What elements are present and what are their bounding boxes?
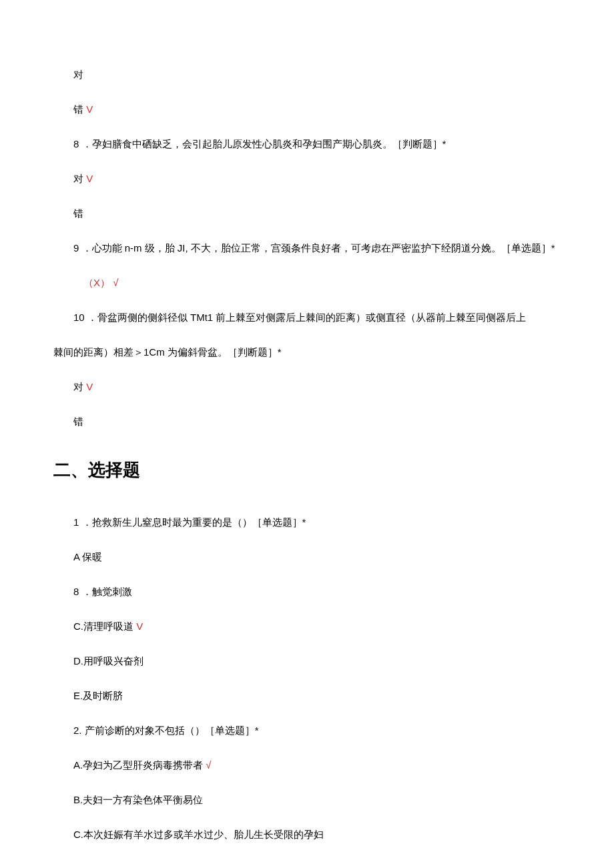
q9-answer: （X） √ [53,275,561,291]
text: 2. 产前诊断的对象不包括（）［单选题］* [73,725,259,736]
text: D.用呼吸兴奋剂 [73,655,143,667]
q7-opt-false: 错 V [53,101,561,117]
mc-q1-optA: A 保暖 [53,549,561,565]
text: C.清理呼吸道 [73,620,133,632]
text: A 保暖 [73,551,102,562]
check-mark-icon: V [86,103,93,115]
mc-q2-optC: C.本次妊娠有羊水过多或羊水过少、胎儿生长受限的孕妇 [53,827,561,843]
text: 10 ．骨盆两侧的侧斜径似 TMt1 前上棘至对侧露后上棘间的距离）或侧直径（从… [73,312,526,323]
section-2-heading: 二、选择题 [53,456,561,484]
text: 对 [73,381,83,392]
document-page: 对 错 V 8 ．孕妇膳食中硒缺乏，会引起胎儿原发性心肌炎和孕妇围产期心肌炎。［… [0,0,614,868]
text: 棘间的距离）相差＞1Cm 为偏斜骨盆。［判断题］* [53,346,282,358]
answer-prefix: （X） [83,277,110,288]
mc-q1-optC: C.清理呼吸道 V [53,618,561,634]
q10-opt-false: 错 [53,414,561,430]
check-mark-icon: √ [113,277,118,288]
q10-opt-true: 对 V [53,379,561,395]
mc-q2-optA: A.孕妇为乙型肝炎病毒携带者 √ [53,757,561,773]
text: A.孕妇为乙型肝炎病毒携带者 [73,759,206,771]
text: 错 [73,207,83,219]
q7-opt-true: 对 [53,67,561,83]
q10-text-line1: 10 ．骨盆两侧的侧斜径似 TMt1 前上棘至对侧露后上棘间的距离）或侧直径（从… [53,310,561,326]
text: C.本次妊娠有羊水过多或羊水过少、胎儿生长受限的孕妇 [73,829,324,840]
q9-text: 9 ．心功能 n-m 级，胎 JI, 不大，胎位正常，宫颈条件良好者，可考虑在严… [53,240,561,256]
text: B.夫妇一方有染色体平衡易位 [73,794,203,805]
mc-q1-text: 1 ．抢救新生儿窒息时最为重要的是（）［单选题］* [53,514,561,530]
text: 错 [73,103,83,115]
check-mark-icon: V [136,620,143,632]
q10-text-line2: 棘间的距离）相差＞1Cm 为偏斜骨盆。［判断题］* [53,344,561,360]
heading-text: 二、选择题 [53,460,140,480]
check-mark-icon: V [86,381,93,392]
text: 错 [73,416,83,427]
q8-text: 8 ．孕妇膳食中硒缺乏，会引起胎儿原发性心肌炎和孕妇围产期心肌炎。［判断题］* [53,136,561,152]
mc-q1-optD: D.用呼吸兴奋剂 [53,653,561,669]
check-mark-icon: V [86,173,93,184]
text: 对 [73,173,83,184]
text: 9 ．心功能 n-m 级，胎 JI, 不大，胎位正常，宫颈条件良好者，可考虑在严… [73,242,555,254]
text: E.及时断脐 [73,690,123,701]
text: 1 ．抢救新生儿窒息时最为重要的是（）［单选题］* [73,516,306,528]
mc-q1-optE: E.及时断脐 [53,688,561,704]
q8-opt-false: 错 [53,205,561,222]
text: 对 [73,69,83,80]
mc-q1-opt8: 8 ．触觉刺激 [53,584,561,600]
mc-q2-text: 2. 产前诊断的对象不包括（）［单选题］* [53,723,561,739]
text: 8 ．孕妇膳食中硒缺乏，会引起胎儿原发性心肌炎和孕妇围产期心肌炎。［判断题］* [73,138,446,149]
check-mark-icon: √ [206,759,211,771]
q8-opt-true: 对 V [53,171,561,187]
mc-q2-optB: B.夫妇一方有染色体平衡易位 [53,792,561,808]
text: 8 ．触觉刺激 [73,586,132,597]
